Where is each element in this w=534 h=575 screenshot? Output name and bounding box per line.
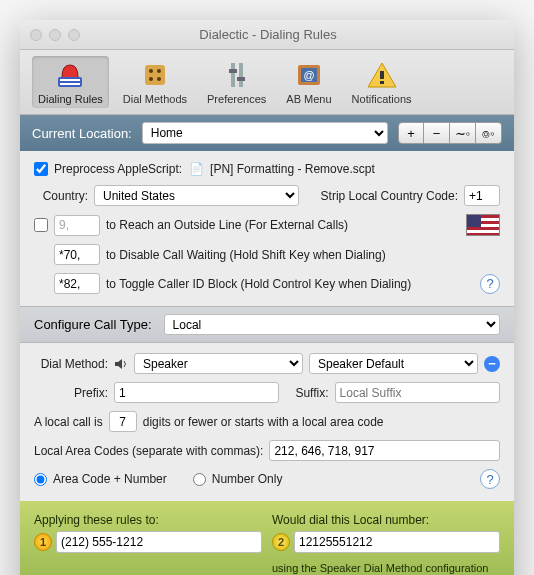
tab-label: AB Menu — [286, 93, 331, 105]
help-icon[interactable]: ? — [480, 274, 500, 294]
location-buttons: + − ∼◦ ⌾◦ — [398, 122, 502, 144]
phone-rules-icon — [54, 59, 86, 91]
svg-rect-17 — [380, 81, 384, 84]
script-name: [PN] Formatting - Remove.scpt — [210, 162, 375, 176]
tab-preferences[interactable]: Preferences — [201, 56, 272, 108]
dial-method-select[interactable]: Speaker — [134, 353, 303, 374]
digits-field[interactable] — [109, 411, 137, 432]
location-bar: Current Location: Home + − ∼◦ ⌾◦ — [20, 115, 514, 151]
location-select[interactable]: Home — [142, 122, 388, 144]
digits-sentence-1: A local call is — [34, 415, 103, 429]
format-radio-1-label: Area Code + Number — [53, 472, 167, 486]
svg-point-4 — [149, 69, 153, 73]
local-panel: Dial Method: Speaker Speaker Default − P… — [20, 343, 514, 501]
window: Dialectic - Dialing Rules Dialing Rules … — [20, 20, 514, 575]
result-field[interactable] — [294, 531, 500, 553]
preferences-icon — [221, 59, 253, 91]
strip-label: Strip Local Country Code: — [321, 189, 458, 203]
tab-label: Notifications — [352, 93, 412, 105]
notifications-icon — [366, 59, 398, 91]
svg-point-7 — [157, 77, 161, 81]
speaker-icon — [114, 357, 128, 371]
result-note-1: using the Speaker Dial Method configurat… — [272, 561, 500, 575]
outside-line-field[interactable] — [54, 215, 100, 236]
badge-2-icon: 2 — [272, 533, 290, 551]
remove-location-button[interactable]: − — [424, 122, 450, 144]
result-heading: Would dial this Local number: — [272, 513, 500, 527]
preprocess-label: Preprocess AppleScript: — [54, 162, 182, 176]
call-type-label: Configure Call Type: — [34, 317, 152, 332]
script-doc-icon: 📄 — [188, 161, 204, 177]
svg-rect-9 — [239, 63, 243, 87]
svg-point-6 — [149, 77, 153, 81]
add-location-button[interactable]: + — [398, 122, 424, 144]
location-label: Current Location: — [32, 126, 132, 141]
remove-method-icon[interactable]: − — [484, 356, 500, 372]
format-radio-1[interactable] — [34, 473, 47, 486]
help-icon[interactable]: ? — [480, 469, 500, 489]
prefix-label: Prefix: — [34, 386, 108, 400]
country-label: Country: — [34, 189, 88, 203]
outside-line-label: to Reach an Outside Line (For External C… — [106, 218, 348, 232]
svg-rect-10 — [229, 69, 237, 73]
dial-method-label: Dial Method: — [34, 357, 108, 371]
tab-dialing-rules[interactable]: Dialing Rules — [32, 56, 109, 108]
tab-label: Preferences — [207, 93, 266, 105]
location-opt2-button[interactable]: ⌾◦ — [476, 122, 502, 144]
country-select[interactable]: United States — [94, 185, 299, 206]
tab-label: Dialing Rules — [38, 93, 103, 105]
svg-point-5 — [157, 69, 161, 73]
outside-line-checkbox[interactable] — [34, 218, 48, 232]
apply-heading: Applying these rules to: — [34, 513, 262, 527]
svg-marker-18 — [115, 359, 122, 369]
tab-ab-menu[interactable]: @ AB Menu — [280, 56, 337, 108]
call-type-bar: Configure Call Type: Local — [20, 306, 514, 343]
titlebar: Dialectic - Dialing Rules — [20, 20, 514, 50]
svg-rect-1 — [60, 79, 80, 81]
svg-rect-3 — [145, 65, 165, 85]
area-codes-label: Local Area Codes (separate with commas): — [34, 444, 263, 458]
us-flag-icon — [466, 214, 500, 236]
apply-input-field[interactable] — [56, 531, 262, 553]
caller-id-field[interactable] — [54, 273, 100, 294]
call-waiting-label: to Disable Call Waiting (Hold Shift Key … — [106, 248, 386, 262]
call-type-select[interactable]: Local — [164, 314, 500, 335]
dial-method-setting-select[interactable]: Speaker Default — [309, 353, 478, 374]
format-radio-2[interactable] — [193, 473, 206, 486]
caller-id-label: to Toggle Caller ID Block (Hold Control … — [106, 277, 411, 291]
strip-code-field[interactable] — [464, 185, 500, 206]
badge-1-icon: 1 — [34, 533, 52, 551]
tab-dial-methods[interactable]: Dial Methods — [117, 56, 193, 108]
call-waiting-field[interactable] — [54, 244, 100, 265]
format-radio-2-label: Number Only — [212, 472, 283, 486]
svg-rect-16 — [380, 71, 384, 79]
preprocess-panel: Preprocess AppleScript: 📄 [PN] Formattin… — [20, 151, 514, 306]
preview-zone: Applying these rules to: 1 Would dial th… — [20, 501, 514, 575]
svg-rect-2 — [60, 83, 80, 85]
suffix-label: Suffix: — [295, 386, 328, 400]
tab-label: Dial Methods — [123, 93, 187, 105]
svg-rect-11 — [237, 77, 245, 81]
tab-notifications[interactable]: Notifications — [346, 56, 418, 108]
digits-sentence-2: digits or fewer or starts with a local a… — [143, 415, 384, 429]
window-title: Dialectic - Dialing Rules — [32, 27, 504, 42]
location-opt1-button[interactable]: ∼◦ — [450, 122, 476, 144]
address-book-icon: @ — [293, 59, 325, 91]
svg-text:@: @ — [303, 69, 314, 81]
dial-methods-icon — [139, 59, 171, 91]
suffix-field[interactable] — [335, 382, 500, 403]
svg-rect-0 — [58, 77, 82, 87]
toolbar: Dialing Rules Dial Methods Preferences @… — [20, 50, 514, 115]
area-codes-field[interactable] — [269, 440, 500, 461]
preprocess-checkbox[interactable] — [34, 162, 48, 176]
svg-rect-8 — [231, 63, 235, 87]
prefix-field[interactable] — [114, 382, 279, 403]
